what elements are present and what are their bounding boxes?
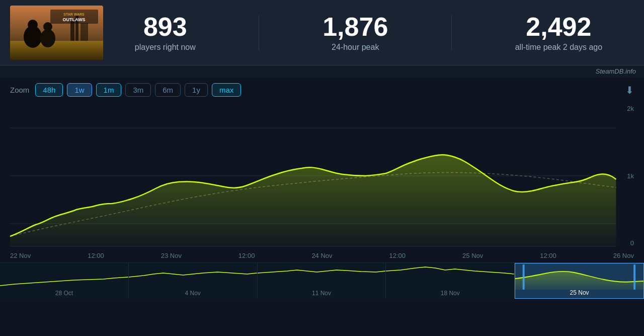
main-chart-wrapper: 2k 1k 0 [10,103,634,249]
x-label-24nov: 24 Nov [311,252,332,259]
alltime-peak-number: 2,492 [515,14,602,40]
zoom-48h-button[interactable]: 48h [35,83,63,97]
zoom-6m-button[interactable]: 6m [155,83,181,97]
zoom-label: Zoom [10,86,29,94]
x-label-1200-2: 12:00 [238,252,255,259]
main-chart-svg [10,103,634,249]
svg-point-7 [40,29,55,47]
svg-rect-16 [523,264,525,290]
x-label-25nov: 25 Nov [462,252,483,259]
x-axis: 22 Nov 12:00 23 Nov 12:00 24 Nov 12:00 2… [0,249,644,262]
zoom-1m-button[interactable]: 1m [96,83,122,97]
y-label-1k: 1k [616,172,634,180]
y-axis-labels: 2k 1k 0 [616,103,634,249]
thumbnail-art: STAR WARS OUTLAWS [10,6,103,60]
mini-chart-bar: 28 Oct 4 Nov 11 Nov 18 Nov [0,262,644,299]
mini-label-28oct: 28 Oct [55,290,73,297]
divider-2 [451,15,452,50]
svg-text:OUTLAWS: OUTLAWS [63,17,86,22]
x-label-22nov: 22 Nov [10,252,31,259]
mini-section-4nov[interactable]: 4 Nov [129,263,258,299]
y-label-0: 0 [616,239,634,247]
mini-section-25nov[interactable]: 25 Nov [515,263,644,299]
mini-label-4nov: 4 Nov [185,290,201,297]
alltime-peak-block: 2,492 all-time peak 2 days ago [515,14,602,52]
zoom-3m-button[interactable]: 3m [125,83,151,97]
x-label-1200-3: 12:00 [389,252,406,259]
zoom-max-button[interactable]: max [212,83,241,97]
x-label-1200-1: 12:00 [88,252,104,259]
peak-24h-number: 1,876 [323,14,388,40]
mini-section-28oct[interactable]: 28 Oct [0,263,129,299]
current-players-number: 893 [135,14,196,40]
mini-section-11nov[interactable]: 11 Nov [258,263,386,299]
svg-rect-1 [10,41,103,60]
x-label-23nov: 23 Nov [161,252,182,259]
x-label-26nov: 26 Nov [613,252,634,259]
stats-container: 893 players right now 1,876 24-hour peak… [103,14,634,52]
divider-1 [259,15,259,50]
current-players-block: 893 players right now [135,14,196,52]
header: STAR WARS OUTLAWS 893 players right now … [0,0,644,65]
game-thumbnail: STAR WARS OUTLAWS [10,6,103,60]
alltime-peak-label: all-time peak 2 days ago [515,43,602,52]
peak-24h-block: 1,876 24-hour peak [323,14,388,52]
mini-label-18nov: 18 Nov [441,290,460,297]
svg-point-6 [28,20,38,30]
current-players-label: players right now [135,43,196,52]
mini-label-25nov: 25 Nov [570,289,589,296]
zoom-bar: Zoom 48h 1w 1m 3m 6m 1y max ⬇ [0,77,644,103]
peak-24h-label: 24-hour peak [323,43,388,52]
mini-section-18nov[interactable]: 18 Nov [386,263,515,299]
attribution: SteamDB.info [0,65,644,77]
y-label-2k: 2k [616,105,634,112]
x-label-1200-4: 12:00 [540,252,556,259]
zoom-1w-button[interactable]: 1w [67,83,92,97]
svg-text:STAR WARS: STAR WARS [63,13,85,16]
svg-rect-4 [80,23,88,41]
svg-rect-17 [633,264,635,290]
download-button[interactable]: ⬇ [625,84,634,96]
mini-label-11nov: 11 Nov [312,290,331,297]
zoom-1y-button[interactable]: 1y [185,83,208,97]
